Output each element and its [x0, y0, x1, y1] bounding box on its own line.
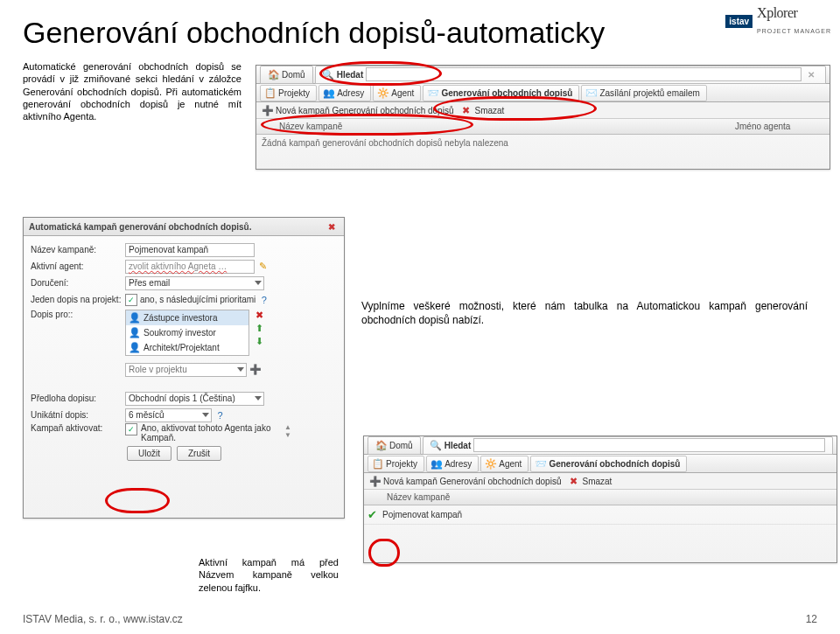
tab-home[interactable]: 🏠Domů	[260, 66, 313, 84]
agent-icon: 🔆	[377, 87, 388, 99]
select-role[interactable]: Role v projektu	[125, 363, 247, 377]
projects-icon: 📋	[264, 87, 276, 99]
checkbox-aktivovat[interactable]: ✓	[125, 423, 137, 435]
delete-icon: ✖	[460, 105, 472, 116]
bottom-panel: 🏠Domů 🔍Hledat 📋Projekty 👥Adresy 🔆Agent 📨…	[363, 435, 837, 563]
toolbar-adresy[interactable]: 👥Adresy	[318, 85, 371, 101]
list-item[interactable]: 👤Architekt/Projektant	[126, 340, 248, 355]
person-icon: 👤	[129, 342, 140, 353]
new-campaign-button[interactable]: ➕Nová kampaň Generování obchodních dopis…	[260, 104, 455, 117]
listbox-dopispro[interactable]: 👤Zástupce investora 👤Soukromý investor 👤…	[125, 310, 249, 356]
list-item[interactable]: 👤Soukromý investor	[126, 325, 248, 340]
toolbar-agent[interactable]: 🔆Agent	[373, 85, 421, 101]
label-jeden: Jeden dopis na projekt:	[31, 295, 125, 304]
label-predloha: Předloha dopisu:	[31, 394, 125, 403]
toolbar-adresy[interactable]: 👥Adresy	[426, 456, 479, 472]
form-title: Automatická kampaň generování obchodních…	[24, 218, 344, 236]
row-name: Pojmenovat kampaň	[382, 510, 462, 519]
table-row[interactable]: ✔ Pojmenovat kampaň	[364, 505, 836, 525]
agent-icon: 🔆	[485, 458, 496, 470]
close-icon[interactable]: ✖	[325, 222, 339, 232]
toolbar-projekty[interactable]: 📋Projekty	[368, 456, 424, 472]
bot-tabbar: 🏠Domů 🔍Hledat	[364, 436, 836, 455]
search-icon: 🔍	[430, 440, 442, 451]
search-icon: 🔍	[323, 69, 334, 80]
checkmark-icon: ✔	[368, 508, 377, 521]
delete-icon: ✖	[568, 476, 579, 487]
empty-message: Žádná kampaň generování obchodních dopis…	[256, 135, 830, 151]
toolbar-generovani[interactable]: 📨Generování obchodních dopisů	[423, 85, 579, 101]
mail-gen-icon: 📨	[427, 87, 438, 99]
col-agent: Jméno agenta	[732, 122, 826, 131]
brand-logo: istav Xplorer PROJECT MANAGER	[725, 5, 831, 37]
top-panel: 🏠Domů 🔍Hledat✕ 📋Projekty 👥Adresy 🔆Agent …	[256, 65, 830, 170]
bottom-text: Aktivní kampaň má před Názvem kampaně ve…	[199, 556, 339, 594]
col-nazev: Název kampaně	[383, 492, 833, 502]
top-tabbar: 🏠Domů 🔍Hledat✕	[256, 66, 830, 84]
select-doruceni[interactable]: Přes email	[125, 276, 264, 290]
tab-search[interactable]: 🔍Hledat	[423, 436, 833, 455]
help-icon[interactable]: ?	[258, 294, 270, 305]
toolbar-projekty[interactable]: 📋Projekty	[260, 85, 317, 101]
list-item[interactable]: 👤Zástupce investora	[126, 310, 248, 325]
home-icon: 🏠	[268, 69, 279, 80]
address-icon: 👥	[323, 87, 334, 99]
remove-icon[interactable]: ✖	[254, 310, 265, 321]
spin-up-icon[interactable]: ▲	[284, 423, 291, 431]
mail-send-icon: ✉️	[585, 87, 597, 99]
mail-gen-icon: 📨	[535, 458, 546, 470]
help-icon[interactable]: ?	[214, 409, 226, 421]
projects-icon: 📋	[372, 458, 383, 470]
col-nazev: Název kampaně	[276, 122, 732, 131]
toolbar-agent[interactable]: 🔆Agent	[480, 456, 528, 472]
select-predloha[interactable]: Obchodní dopis 1 (Čeština)	[125, 392, 264, 406]
label-aktivovat: Kampaň aktivovat:	[31, 423, 125, 433]
footer-page-number: 12	[806, 613, 817, 625]
top-table-header: Název kampaně Jméno agenta	[256, 119, 830, 135]
move-up-icon[interactable]: ⬆	[254, 323, 265, 334]
tab-home[interactable]: 🏠Domů	[368, 436, 421, 455]
top-subbar: ➕Nová kampaň Generování obchodních dopis…	[256, 102, 830, 119]
edit-icon[interactable]: ✎	[257, 261, 269, 272]
label-agent: Aktivní agent:	[31, 261, 125, 271]
home-icon: 🏠	[375, 440, 387, 451]
search-input[interactable]	[366, 67, 802, 81]
bot-table-header: Název kampaně	[364, 490, 836, 505]
checkbox-jeden[interactable]: ✓	[125, 294, 137, 306]
tab-search[interactable]: 🔍Hledat✕	[315, 66, 826, 84]
brand-sub: PROJECT MANAGER	[757, 28, 831, 34]
label-unikatni: Unikátní dopis:	[31, 410, 125, 420]
input-nazev[interactable]: Pojmenovat kampaň	[125, 243, 255, 257]
intro-text: Automatické generování obchodních dopisů…	[23, 60, 242, 122]
add-role-icon[interactable]: ➕	[249, 364, 261, 375]
clear-search-icon[interactable]: ✕	[804, 70, 818, 80]
move-down-icon[interactable]: ⬇	[254, 336, 265, 347]
person-icon: 👤	[129, 312, 140, 324]
select-unikatni[interactable]: 6 měsíců	[125, 408, 212, 422]
form-panel: Automatická kampaň generování obchodních…	[23, 217, 345, 519]
input-agent[interactable]: zvolit aktivního Agneta …	[125, 260, 255, 274]
brand-badge: istav	[725, 15, 752, 28]
address-icon: 👥	[430, 458, 442, 470]
delete-button[interactable]: ✖Smazat	[458, 104, 506, 117]
spin-down-icon[interactable]: ▼	[284, 431, 291, 439]
person-icon: 👤	[129, 327, 140, 338]
new-campaign-button[interactable]: ➕Nová kampaň Generování obchodních dopis…	[368, 475, 563, 488]
label-dopispro: Dopis pro::	[31, 310, 125, 319]
mid-text: Vyplníme veškeré možnosti, které nám tab…	[361, 299, 808, 327]
top-toolbar: 📋Projekty 👥Adresy 🔆Agent 📨Generování obc…	[256, 84, 830, 102]
delete-button[interactable]: ✖Smazat	[566, 475, 613, 488]
toolbar-zasilani[interactable]: ✉️Zasílání projektů emailem	[581, 85, 707, 101]
search-input[interactable]	[473, 438, 825, 452]
toolbar-generovani[interactable]: 📨Generování obchodních dopisů	[530, 456, 687, 472]
page-title: Generování obchodních dopisů-automaticky	[23, 16, 840, 50]
add-icon: ➕	[369, 476, 381, 487]
save-button[interactable]: Uložit	[127, 446, 172, 461]
footer-left: ISTAV Media, s. r. o., www.istav.cz	[23, 613, 183, 625]
label-nazev: Název kampaně:	[31, 245, 125, 254]
bot-subbar: ➕Nová kampaň Generování obchodních dopis…	[364, 473, 836, 490]
add-icon: ➕	[262, 105, 273, 116]
brand-name: Xplorer	[757, 5, 797, 20]
cancel-button[interactable]: Zrušit	[177, 446, 221, 461]
label-doruceni: Doručení:	[31, 278, 125, 288]
